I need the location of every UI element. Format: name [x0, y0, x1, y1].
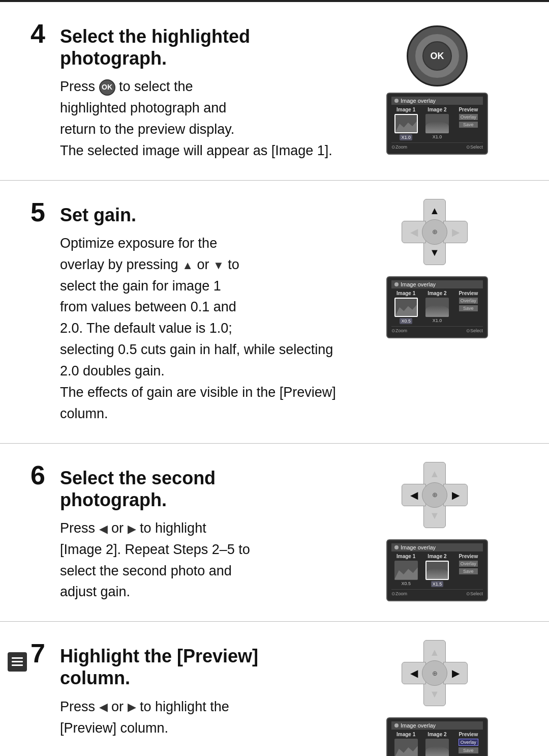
section-6-right: ▲ ▼ ◀ ▶ ⊕ Image overlay Image 1 [356, 462, 518, 601]
arrow-left-6: ◀ [99, 520, 108, 538]
step-7-heading: 7 Highlight the [Preview]column. [30, 640, 341, 689]
svg-rect-1 [12, 661, 23, 662]
step-6-title: Select the secondphotograph. [60, 467, 216, 511]
step-5-title: Set gain. [60, 204, 136, 226]
step-6-heading: 6 Select the secondphotograph. [30, 462, 341, 511]
screen-7-mockup: Image overlay Image 1 X0.5 Image 2 [386, 717, 488, 756]
screen-4-col-1: Image 1 X1.0 [391, 107, 420, 140]
step-6-body: Press ◀ or ▶ to highlight [Image 2]. Rep… [60, 518, 341, 603]
step-7-title: Highlight the [Preview]column. [60, 645, 258, 689]
section-7-right: ▲ ▼ ◀ ▶ ⊕ Image overlay Image 1 [356, 640, 518, 756]
screen-5-col-2: Image 2 X1.0 [422, 290, 451, 324]
cross-5: ▲ ▼ ◀ ▶ ⊕ [402, 199, 468, 265]
step-4-heading: 4 Select the highlightedphotograph. [30, 20, 341, 69]
svg-rect-0 [12, 657, 23, 659]
screen-6-col-2: Image 2 X1.5 [422, 554, 451, 587]
step-4-body: Press OK to select the highlighted photo… [60, 76, 341, 161]
dpad-6-diagram: ▲ ▼ ◀ ▶ ⊕ [402, 462, 473, 533]
step-5-to: to [228, 257, 239, 272]
step-4-number: 4 [30, 20, 51, 47]
screen-4-col-preview: Preview Overlay Save [454, 107, 483, 140]
screen-6-col-1: Image 1 X0.5 [391, 554, 420, 587]
screen-5-col-1: Image 1 X0.5 [391, 290, 420, 324]
arrow-right-7: ▶ [128, 699, 136, 716]
screen-5-title: Image overlay [391, 280, 483, 288]
step-5-number: 5 [30, 199, 51, 225]
section-4-left: 4 Select the highlightedphotograph. Pres… [30, 20, 356, 162]
step-7-number: 7 [30, 640, 51, 666]
section-7-left: 7 Highlight the [Preview]column. Press ◀… [30, 640, 356, 739]
ok-label: OK [422, 41, 452, 71]
section-5: 5 Set gain. Optimize exposure for the ov… [0, 181, 549, 444]
ok-circle: OK [407, 25, 468, 86]
step-4-title: Select the highlightedphotograph. [60, 25, 250, 69]
ok-button-diagram: OK [407, 25, 468, 86]
screen-6-cols: Image 1 X0.5 Image 2 X1.5 [391, 554, 483, 587]
screen-7-col-2: Image 2 X1.5 [422, 732, 451, 756]
svg-rect-2 [12, 664, 23, 666]
screen-7-col-1: Image 1 X0.5 [391, 732, 420, 756]
screen-7-title: Image overlay [391, 721, 483, 730]
screen-5-footer: ⊙Zoom ⊙Select [391, 326, 483, 333]
screen-7-col-preview: Preview Overlay Save [454, 732, 483, 756]
step-7-body: Press ◀ or ▶ to highlight the [Preview] … [60, 696, 341, 739]
screen-4-cols: Image 1 X1.0 Image 2 X1.0 [391, 107, 483, 140]
dpad-7-diagram: ▲ ▼ ◀ ▶ ⊕ [402, 640, 473, 711]
screen-7-cols: Image 1 X0.5 Image 2 X1.5 [391, 732, 483, 756]
dpad-center-5: ⊕ [422, 219, 447, 245]
step-5-body: Optimize exposure for the overlay by pre… [60, 233, 341, 425]
arrow-left-7: ◀ [99, 699, 108, 716]
screen-6-title: Image overlay [391, 543, 483, 551]
dpad-center-6: ⊕ [422, 482, 447, 508]
arrow-down-5: ▼ [213, 257, 224, 274]
screen-5-col-preview: Preview Overlay Save [454, 290, 483, 324]
dpad-5-diagram: ▲ ▼ ◀ ▶ ⊕ [402, 199, 473, 270]
arrow-right-6: ▶ [128, 520, 136, 538]
screen-6-mockup: Image overlay Image 1 X0.5 Image 2 [386, 539, 488, 601]
menu-icon-7 [8, 652, 27, 672]
screen-5-mockup: Image overlay Image 1 X0.5 Image 2 [386, 276, 488, 338]
section-7: 7 Highlight the [Preview]column. Press ◀… [0, 622, 549, 756]
page-container: 4 Select the highlightedphotograph. Pres… [0, 0, 549, 756]
cross-7: ▲ ▼ ◀ ▶ ⊕ [402, 640, 468, 706]
screen-6-footer: ⊙Zoom ⊙Select [391, 589, 483, 596]
screen-4-col-2: Image 2 X1.0 [422, 107, 451, 140]
section-5-right: ▲ ▼ ◀ ▶ ⊕ Image overlay Image 1 [356, 199, 518, 338]
screen-4-footer: ⊙Zoom ⊙Select [391, 142, 483, 150]
step-5-heading: 5 Set gain. [30, 199, 341, 226]
screen-6-col-preview: Preview Overlay Save [454, 554, 483, 587]
arrow-up-5: ▲ [182, 257, 193, 274]
screen-4-mockup: Image overlay Image 1 X1.0 Image 2 [386, 93, 488, 155]
cross-6: ▲ ▼ ◀ ▶ ⊕ [402, 462, 468, 528]
section-5-left: 5 Set gain. Optimize exposure for the ov… [30, 199, 356, 425]
section-4: 4 Select the highlightedphotograph. Pres… [0, 2, 549, 181]
section-6-left: 6 Select the secondphotograph. Press ◀ o… [30, 462, 356, 603]
section-4-right: OK Image overlay Image 1 X1.0 [356, 20, 518, 155]
section-6: 6 Select the secondphotograph. Press ◀ o… [0, 444, 549, 622]
dpad-center-7: ⊕ [422, 660, 447, 686]
screen-4-title: Image overlay [391, 97, 483, 105]
screen-5-cols: Image 1 X0.5 Image 2 X1.0 [391, 290, 483, 324]
step-6-number: 6 [30, 462, 51, 488]
ok-icon-4: OK [99, 79, 115, 96]
